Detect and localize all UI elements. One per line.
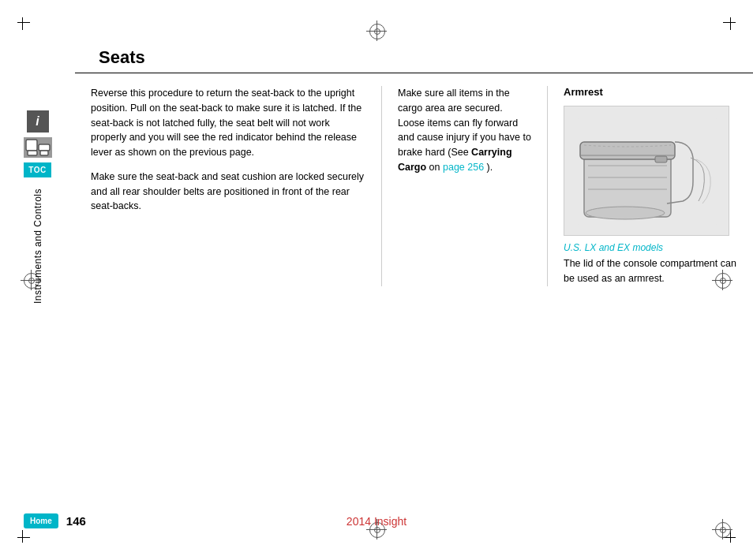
column-right: Armrest <box>548 86 737 286</box>
mid-text-suffix: ). <box>484 162 493 173</box>
page-number: 146 <box>66 514 86 528</box>
left-para-2: Make sure the seat-back and seat cushion… <box>91 170 365 214</box>
mid-para-1: Make sure all items in the cargo area ar… <box>398 86 531 175</box>
main-content: Seats Reverse this procedure to return t… <box>75 0 753 560</box>
svg-rect-0 <box>26 140 37 151</box>
footer: Home 146 2014 Insight <box>0 513 753 528</box>
armrest-illustration <box>564 106 729 236</box>
page-link[interactable]: page 256 <box>443 162 484 173</box>
column-mid: Make sure all items in the cargo area ar… <box>382 86 548 286</box>
svg-point-12 <box>586 207 665 219</box>
svg-rect-3 <box>40 151 48 155</box>
armrest-title: Armrest <box>564 86 737 98</box>
left-para-1: Reverse this procedure to return the sea… <box>91 86 365 160</box>
svg-rect-1 <box>28 151 37 155</box>
armrest-caption-italic: U.S. LX and EX models <box>564 242 737 253</box>
content-columns: Reverse this procedure to return the sea… <box>75 73 753 286</box>
toc-button[interactable]: TOC <box>24 162 51 177</box>
section-label: Instruments and Controls <box>32 189 43 304</box>
footer-model: 2014 Insight <box>347 515 406 528</box>
info-icon: i <box>27 110 49 133</box>
sidebar: i TOC Instruments and Controls <box>0 0 75 560</box>
title-area: Seats <box>75 0 753 73</box>
svg-rect-8 <box>655 156 667 162</box>
svg-rect-2 <box>39 144 50 151</box>
page-title: Seats <box>99 47 145 67</box>
armrest-caption-text: The lid of the console compartment can b… <box>564 256 737 286</box>
home-button[interactable]: Home <box>24 513 58 528</box>
seat-icon <box>24 137 52 158</box>
column-left: Reverse this procedure to return the sea… <box>91 86 382 286</box>
